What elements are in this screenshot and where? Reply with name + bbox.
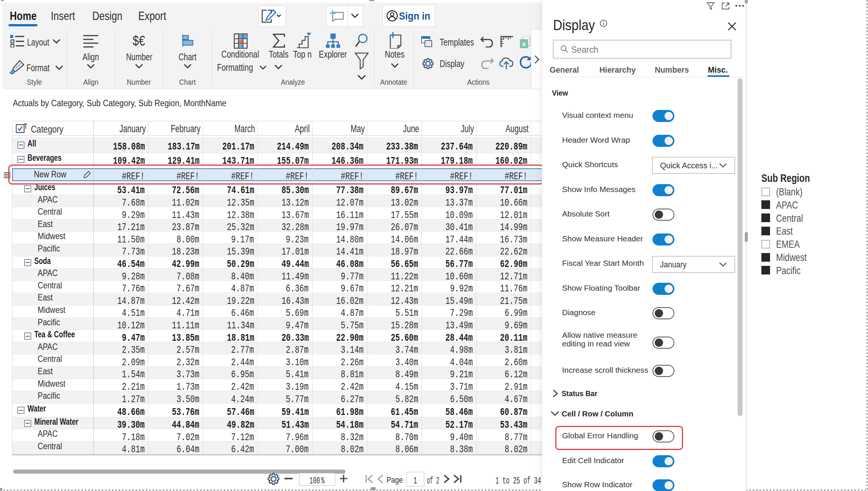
svg-text:x: x (522, 40, 526, 47)
